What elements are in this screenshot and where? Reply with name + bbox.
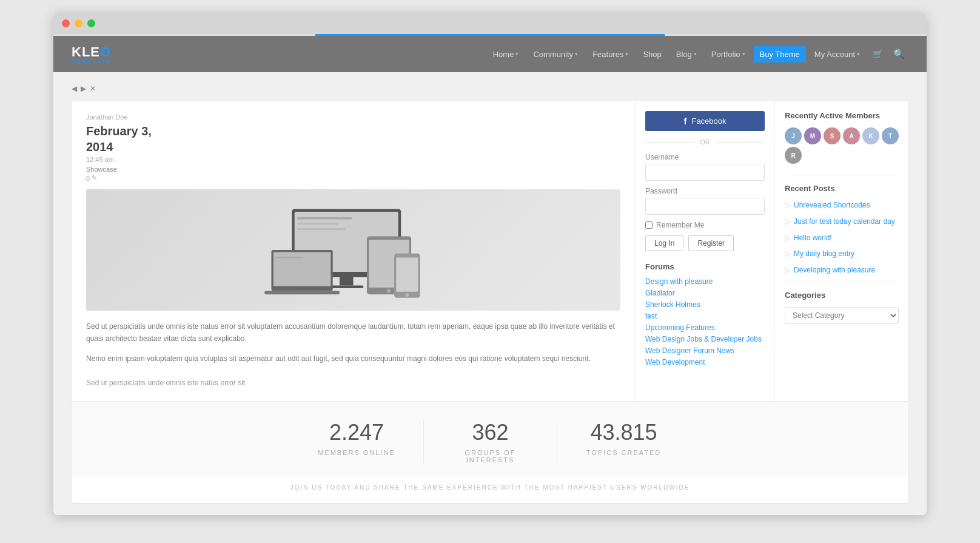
post-author: Jonathan Doe — [86, 113, 620, 121]
stat-members-label: MEMBERS ONLINE — [308, 449, 405, 456]
forum-item-2[interactable]: Sherlock Holmes — [645, 300, 765, 309]
divider-line-right — [715, 142, 765, 143]
forums-list: Design with pleasure Gladiator Sherlock … — [645, 277, 765, 366]
recent-post-link-0[interactable]: Unrevealed Shortcodes — [794, 200, 870, 211]
svg-rect-15 — [297, 228, 345, 230]
nav-portfolio[interactable]: Portfolio ▾ — [705, 46, 751, 62]
or-divider: OR — [645, 138, 765, 146]
close-tab-btn[interactable]: ✕ — [90, 84, 96, 93]
forum-item-7[interactable]: Web Development — [645, 358, 765, 366]
recent-post-link-4[interactable]: Developing with pleasure — [794, 265, 875, 275]
svg-rect-2 — [340, 277, 354, 286]
stat-topics-label: TOPICS CREATED — [576, 449, 672, 456]
forum-item-5[interactable]: Web Design Jobs & Developer Jobs — [645, 335, 765, 343]
forum-item-1[interactable]: Gladiator — [645, 289, 765, 297]
svg-rect-11 — [396, 257, 418, 291]
stat-groups-label: GROUPS OF INTERESTS — [442, 449, 539, 464]
stat-topics: 43.815 TOPICS CREATED — [557, 420, 690, 464]
devices-illustration — [113, 195, 594, 305]
post-excerpt: Sed ut perspiciatis unde omnis iste natu… — [86, 371, 620, 389]
recent-post-item-3: ▷ My daily blog entry — [785, 249, 899, 259]
post-body-1: Sed ut perspiciatis unde omnis iste natu… — [86, 320, 620, 345]
password-label: Password — [645, 187, 765, 195]
nav-blog[interactable]: Blog ▾ — [670, 46, 703, 62]
breadcrumb: ◀ ▶ ✕ — [72, 84, 908, 93]
svg-rect-16 — [275, 257, 303, 258]
forum-item-0[interactable]: Design with pleasure — [645, 277, 765, 286]
logo-accent: O — [100, 44, 111, 59]
register-btn[interactable]: Register — [688, 235, 734, 251]
post-category: Showcase — [86, 166, 620, 173]
stat-groups: 362 GROUPS OF INTERESTS — [423, 420, 557, 464]
avatar-7: R — [785, 147, 802, 164]
nav-buy-theme[interactable]: Buy Theme — [754, 46, 806, 62]
login-btn[interactable]: Log In — [645, 235, 683, 251]
post-icon-2: ▷ — [785, 234, 790, 242]
avatar-3: S — [824, 127, 841, 144]
back-btn[interactable]: ◀ — [72, 84, 77, 93]
remember-checkbox[interactable] — [645, 221, 653, 229]
maximize-btn[interactable] — [87, 19, 95, 27]
recent-post-link-1[interactable]: Just for test today calendar day — [794, 217, 895, 227]
svg-rect-6 — [264, 291, 340, 295]
categories-section: Categories Select Category — [785, 291, 899, 324]
nav-home[interactable]: Home ▾ — [487, 46, 525, 62]
divider-1 — [785, 175, 899, 175]
chevron-down-icon: ▾ — [742, 51, 745, 57]
nav-community[interactable]: Community ▾ — [527, 46, 584, 62]
nav-features[interactable]: Features ▾ — [586, 46, 634, 62]
comment-icon: ✎ — [92, 174, 97, 182]
post-comments: 0 ✎ — [86, 174, 620, 182]
recent-post-link-3[interactable]: My daily blog entry — [794, 249, 854, 259]
card-inner: Jonathan Doe February 3, 2014 12:45 am S… — [72, 101, 908, 401]
post-area: Jonathan Doe February 3, 2014 12:45 am S… — [72, 101, 636, 401]
forum-item-6[interactable]: Web Designer Forum News — [645, 346, 765, 355]
stat-members-online: 2.247 MEMBERS ONLINE — [290, 420, 423, 464]
avatar-6: T — [882, 127, 899, 144]
nav-my-account[interactable]: My Account ▾ — [808, 46, 866, 62]
cart-icon[interactable]: 🛒 — [868, 49, 887, 59]
forward-btn[interactable]: ▶ — [81, 84, 86, 93]
stats-bar: 2.247 MEMBERS ONLINE 362 GROUPS OF INTER… — [72, 401, 908, 476]
sidebar-right: Recently Active Members J M S A K T R Re… — [775, 101, 908, 401]
categories-select[interactable]: Select Category — [785, 307, 899, 324]
close-btn[interactable] — [62, 19, 70, 27]
stat-topics-number: 43.815 — [576, 420, 672, 445]
search-icon[interactable]: 🔍 — [890, 49, 908, 59]
nav-links: Home ▾ Community ▾ Features ▾ Shop Blog … — [487, 46, 908, 62]
main-card: Jonathan Doe February 3, 2014 12:45 am S… — [72, 101, 908, 503]
avatar-4: A — [843, 127, 860, 144]
logo[interactable]: KLEO TEMPLATE — [72, 44, 112, 64]
post-image — [86, 189, 620, 311]
avatar-5: K — [862, 127, 879, 144]
minimize-btn[interactable] — [75, 19, 82, 27]
post-icon-3: ▷ — [785, 249, 790, 258]
post-icon-4: ▷ — [785, 266, 790, 274]
forums-title: Forums — [645, 262, 765, 271]
post-date: February 3, 2014 — [86, 123, 620, 155]
divider-line-left — [645, 142, 695, 143]
divider-2 — [785, 282, 899, 282]
recent-posts-list: ▷ Unrevealed Shortcodes ▷ Just for test … — [785, 200, 899, 275]
facebook-login-btn[interactable]: f Facebook — [645, 111, 765, 131]
nav-shop[interactable]: Shop — [637, 46, 667, 62]
facebook-icon: f — [683, 116, 686, 126]
remember-row: Remember Me — [645, 221, 765, 229]
forum-item-4[interactable]: Upcomming Features — [645, 323, 765, 332]
avatar-1: J — [785, 127, 802, 144]
recent-post-item-0: ▷ Unrevealed Shortcodes — [785, 200, 899, 211]
categories-title: Categories — [785, 291, 899, 300]
forum-item-3[interactable]: test — [645, 312, 765, 320]
footer-tagline: JOIN US TODAY AND SHARE THE SAME EXPERIE… — [72, 476, 908, 503]
logo-sub: TEMPLATE — [72, 59, 112, 64]
chevron-down-icon: ▾ — [694, 51, 697, 57]
post-icon-0: ▷ — [785, 201, 790, 209]
recent-post-link-2[interactable]: Hello world! — [794, 233, 832, 243]
username-input[interactable] — [645, 164, 765, 181]
svg-rect-18 — [275, 265, 299, 266]
password-input[interactable] — [645, 198, 765, 215]
svg-point-12 — [406, 293, 409, 297]
chevron-down-icon: ▾ — [575, 51, 578, 57]
auth-buttons: Log In Register — [645, 235, 765, 251]
recent-post-item-4: ▷ Developing with pleasure — [785, 265, 899, 275]
